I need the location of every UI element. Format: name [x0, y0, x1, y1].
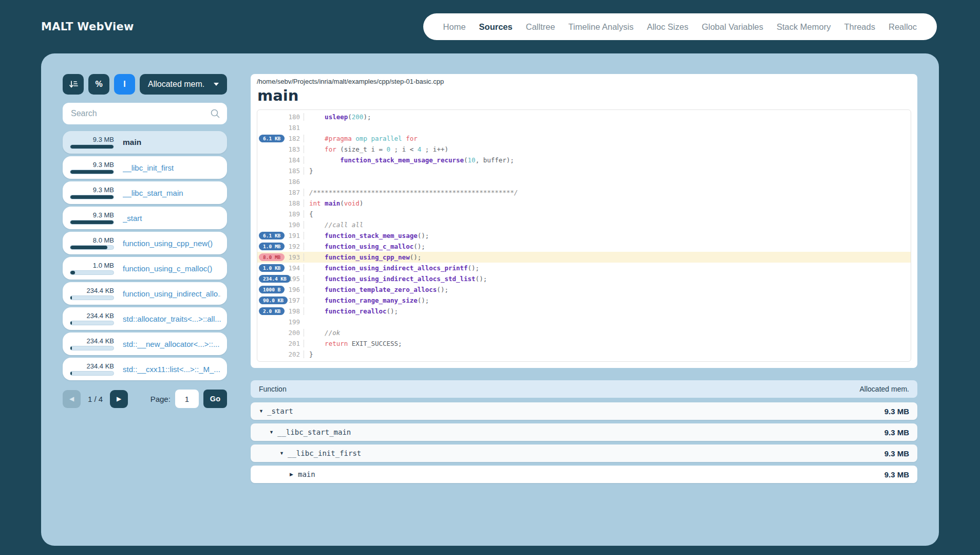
- line-number: 199: [288, 318, 304, 326]
- code-line-190[interactable]: 190 //call all: [257, 219, 911, 230]
- percent-toggle-button[interactable]: %: [88, 74, 109, 95]
- code-line-180[interactable]: 180 usleep(200);: [257, 112, 911, 122]
- prev-page-button[interactable]: ◀: [63, 390, 81, 408]
- memory-progress-bar: [70, 321, 114, 325]
- nav-item-home[interactable]: Home: [437, 22, 473, 32]
- code-line-198[interactable]: 2.0 KB198 function_realloc();: [257, 306, 911, 317]
- line-number: 186: [288, 178, 304, 186]
- nav-item-alloc-sizes[interactable]: Alloc Sizes: [640, 22, 695, 32]
- memory-progress-fill: [70, 296, 72, 300]
- function-size: 234.4 KB: [87, 337, 115, 345]
- go-button[interactable]: Go: [203, 390, 227, 408]
- memory-badge: 8.0 MB: [259, 253, 285, 261]
- code-line-201[interactable]: 201 return EXIT_SUCCESS;: [257, 338, 911, 349]
- code-line-182[interactable]: 6.1 KB182 #pragma omp parallel for: [257, 133, 911, 144]
- allocated-value: 9.3 MB: [884, 407, 909, 416]
- code-line-183[interactable]: 183 for (size_t i = 0 ; i < 4 ; i++): [257, 144, 911, 155]
- nav-item-threads[interactable]: Threads: [837, 22, 882, 32]
- allocated-value: 9.3 MB: [884, 470, 909, 479]
- function-size-meta: 9.3 MB: [70, 161, 114, 174]
- nav-item-calltree[interactable]: Calltree: [519, 22, 562, 32]
- code-line-192[interactable]: 1.0 MB192 function_using_c_malloc();: [257, 241, 911, 252]
- caret-down-icon[interactable]: ▼: [269, 430, 277, 435]
- code-line-185[interactable]: 185}: [257, 165, 911, 176]
- function-list-item[interactable]: 9.3 MB_start: [63, 207, 227, 229]
- code-line-186[interactable]: 186: [257, 176, 911, 187]
- function-size-meta: 9.3 MB: [70, 136, 114, 149]
- column-allocated: Allocated mem.: [860, 385, 909, 393]
- calltree-function-name: _start: [267, 407, 293, 415]
- calltree-row[interactable]: ▶main9.3 MB: [251, 466, 917, 483]
- code-line-184[interactable]: 184 function_stack_mem_usage_recurse(10,…: [257, 155, 911, 165]
- line-number: 190: [288, 221, 304, 229]
- search-box: [63, 103, 227, 124]
- calltree-row[interactable]: ▼__libc_start_main9.3 MB: [251, 423, 917, 441]
- calltree-row[interactable]: ▼__libc_init_first9.3 MB: [251, 445, 917, 462]
- memory-progress-bar: [70, 346, 114, 350]
- code-text: function_stack_mem_usage_recurse(10, buf…: [304, 156, 911, 164]
- badge-cell: 8.0 MB: [257, 253, 288, 261]
- function-size: 9.3 MB: [93, 211, 114, 219]
- nav-item-realloc[interactable]: Realloc: [882, 22, 924, 32]
- code-line-193[interactable]: 8.0 MB193 function_using_cpp_new();: [257, 252, 911, 263]
- nav-item-sources[interactable]: Sources: [473, 22, 519, 32]
- function-size-meta: 234.4 KB: [70, 312, 114, 325]
- metric-dropdown[interactable]: Allocated mem.: [140, 74, 227, 95]
- code-line-197[interactable]: 90.0 KB197 function_range_many_size();: [257, 295, 911, 306]
- code-text: function_using_indirect_allocs_printf();: [304, 264, 911, 272]
- function-list-item[interactable]: 1.0 MBfunction_using_c_malloc(): [63, 257, 227, 280]
- calltree-row[interactable]: ▼_start9.3 MB: [251, 402, 917, 420]
- code-line-196[interactable]: 1000 B196 function_template_zero_allocs(…: [257, 284, 911, 295]
- line-number: 183: [288, 145, 304, 153]
- code-line-187[interactable]: 187/************************************…: [257, 187, 911, 198]
- allocated-value: 9.3 MB: [884, 428, 909, 437]
- function-list-item[interactable]: 9.3 MB__libc_start_main: [63, 181, 227, 204]
- nav-item-timeline-analysis[interactable]: Timeline Analysis: [562, 22, 640, 32]
- code-line-191[interactable]: 6.1 KB191 function_stack_mem_usage();: [257, 230, 911, 241]
- next-page-button[interactable]: ▶: [110, 390, 128, 408]
- code-line-189[interactable]: 189{: [257, 209, 911, 219]
- code-line-202[interactable]: 202}: [257, 349, 911, 360]
- memory-badge: 1.0 KB: [259, 264, 285, 272]
- caret-down-icon[interactable]: ▼: [259, 409, 267, 414]
- code-line-195[interactable]: 234.4 KB195 function_using_indirect_allo…: [257, 273, 911, 284]
- page-number-input[interactable]: [175, 390, 199, 408]
- memory-badge: 6.1 KB: [259, 232, 285, 239]
- function-list-item[interactable]: 8.0 MBfunction_using_cpp_new(): [63, 232, 227, 254]
- code-text: return EXIT_SUCCESS;: [304, 340, 911, 347]
- code-line-181[interactable]: 181: [257, 122, 911, 133]
- search-input[interactable]: [63, 103, 227, 124]
- function-name: main: [123, 138, 141, 147]
- line-number: 202: [288, 350, 304, 358]
- code-line-199[interactable]: 199: [257, 317, 911, 327]
- sort-button[interactable]: [63, 74, 84, 95]
- code-text: usleep(200);: [304, 113, 911, 121]
- function-list-item[interactable]: 234.4 KBstd::allocator_traits<...>::all.…: [63, 307, 227, 330]
- line-number: 181: [288, 124, 304, 132]
- function-name: __libc_start_main: [123, 189, 183, 197]
- unit-toggle-button[interactable]: I: [114, 74, 135, 95]
- function-list-item[interactable]: 234.4 KBfunction_using_indirect_allo...: [63, 282, 227, 305]
- code-text: //call all: [304, 221, 911, 229]
- function-name: std::__cxx11::list<...>::_M_...: [123, 365, 220, 374]
- sidebar-toolbar: % I Allocated mem.: [63, 74, 227, 95]
- nav-item-stack-memory[interactable]: Stack Memory: [770, 22, 837, 32]
- function-list-item[interactable]: 9.3 MB__libc_init_first: [63, 156, 227, 179]
- calltree-table: Function Allocated mem. ▼_start9.3 MB▼__…: [251, 380, 917, 483]
- caret-right-icon[interactable]: ▶: [290, 472, 298, 477]
- nav-item-global-variables[interactable]: Global Variables: [695, 22, 770, 32]
- line-number: 194: [288, 264, 304, 272]
- memory-progress-fill: [70, 220, 114, 224]
- function-name: function_using_cpp_new(): [123, 239, 213, 248]
- code-line-188[interactable]: 188int main(void): [257, 198, 911, 209]
- function-list-item[interactable]: 234.4 KBstd::__cxx11::list<...>::_M_...: [63, 358, 227, 380]
- badge-cell: 6.1 KB: [257, 135, 288, 142]
- function-list-item[interactable]: 234.4 KBstd::__new_allocator<...>::...: [63, 332, 227, 355]
- code-line-200[interactable]: 200 //ok: [257, 327, 911, 338]
- caret-down-icon[interactable]: ▼: [279, 451, 288, 456]
- function-name: function_using_c_malloc(): [123, 264, 212, 273]
- sort-descending-icon: [68, 79, 79, 89]
- function-list-item[interactable]: 9.3 MBmain: [63, 131, 227, 154]
- badge-cell: 1000 B: [257, 286, 288, 293]
- code-line-194[interactable]: 1.0 KB194 function_using_indirect_allocs…: [257, 263, 911, 273]
